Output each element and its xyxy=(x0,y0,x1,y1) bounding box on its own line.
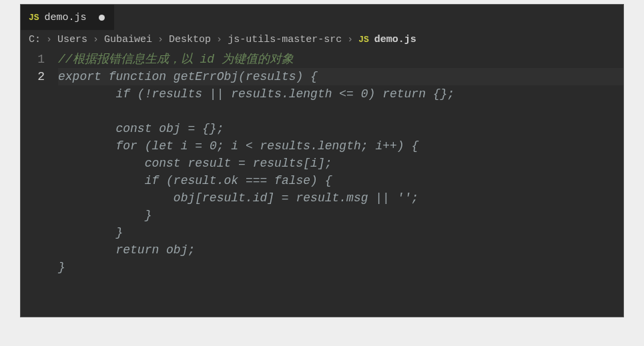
code-token: results xyxy=(151,87,209,101)
code-token: return xyxy=(382,87,433,101)
code-token: if xyxy=(115,87,137,101)
code-token: results xyxy=(253,157,304,170)
code-token: result.ok xyxy=(174,174,246,187)
code-line[interactable]: //根据报错信息生成，以 id 为键值的对象 xyxy=(58,51,623,68)
line-number: 2 xyxy=(21,68,45,85)
code-token: < xyxy=(246,139,260,153)
code-token: <= xyxy=(339,87,360,101)
code-line[interactable]: if (result.ok === false) { xyxy=(58,172,623,189)
chevron-right-icon: › xyxy=(46,34,52,45)
code-token: i xyxy=(181,139,196,153)
code-token: ]; xyxy=(318,157,332,170)
code-token: getErrObj xyxy=(174,70,238,83)
code-token: [ xyxy=(195,191,202,205)
breadcrumb-segment[interactable]: Desktop xyxy=(169,34,211,45)
code-token: ] = xyxy=(267,191,296,205)
code-token: obj xyxy=(166,243,188,257)
code-line[interactable]: } xyxy=(58,224,623,241)
code-token: ; xyxy=(217,139,232,153)
code-token: result.id xyxy=(202,191,267,205)
code-token: //根据报错信息生成，以 id 为键值的对象 xyxy=(58,53,294,66)
code-token: = xyxy=(195,139,210,153)
code-token: ) { xyxy=(310,174,332,187)
code-token: return xyxy=(115,243,166,257)
code-token: {}; xyxy=(433,87,454,101)
code-token: = xyxy=(238,157,253,170)
code-token: export xyxy=(58,70,109,83)
code-token: ( xyxy=(145,139,152,153)
chevron-right-icon: › xyxy=(93,34,99,45)
code-token: function xyxy=(109,70,174,83)
chevron-right-icon: › xyxy=(216,34,222,45)
code-line[interactable]: return obj; xyxy=(58,241,623,259)
code-token: ( xyxy=(238,70,246,83)
code-token: const xyxy=(145,157,188,170)
js-file-icon: JS xyxy=(358,35,369,45)
code-token: results.length xyxy=(260,139,361,153)
breadcrumb-file[interactable]: demo.js xyxy=(374,34,416,45)
code-token: if xyxy=(145,174,166,187)
code-token: '' xyxy=(397,191,412,205)
code-token: } xyxy=(115,226,123,239)
code-token: ; xyxy=(411,191,418,205)
code-token: || xyxy=(375,191,396,205)
code-token: let xyxy=(151,139,180,153)
code-line[interactable]: export function getErrObj(results) { xyxy=(58,68,623,85)
code-token: result.msg xyxy=(296,191,375,205)
code-area: 1 2 //根据报错信息生成，以 id 为键值的对象export functio… xyxy=(21,48,623,317)
code-token: results.length xyxy=(231,87,339,101)
breadcrumb: C: › Users › Gubaiwei › Desktop › js-uti… xyxy=(21,30,623,48)
code-content[interactable]: //根据报错信息生成，以 id 为键值的对象export function ge… xyxy=(53,48,623,317)
breadcrumb-segment[interactable]: Users xyxy=(57,34,87,45)
code-line[interactable]: const result = results[i]; xyxy=(58,155,623,172)
code-token: ; xyxy=(361,139,376,153)
breadcrumb-segment[interactable]: Gubaiwei xyxy=(104,34,152,45)
breadcrumb-segment[interactable]: js-utils-master-src xyxy=(228,34,342,45)
editor-window: JS demo.js C: › Users › Gubaiwei › Deskt… xyxy=(20,4,624,317)
modified-indicator-icon xyxy=(99,15,105,21)
code-token: const xyxy=(115,122,159,135)
code-line[interactable]: for (let i = 0; i < results.length; i++)… xyxy=(58,137,623,155)
code-token: 0 xyxy=(361,87,368,101)
line-number: 1 xyxy=(21,51,45,68)
code-token: 0 xyxy=(210,139,217,153)
code-token: [ xyxy=(303,157,310,170)
line-number-gutter: 1 2 xyxy=(21,48,53,317)
tab-demo-js[interactable]: JS demo.js xyxy=(21,5,114,30)
code-token: ) xyxy=(368,87,383,101)
code-token: (! xyxy=(137,87,152,101)
code-token: || xyxy=(210,87,231,101)
code-token: ) { xyxy=(397,139,418,153)
tab-bar: JS demo.js xyxy=(21,5,623,30)
code-token: === xyxy=(246,174,274,187)
chevron-right-icon: › xyxy=(347,34,353,45)
code-token: = {}; xyxy=(188,122,224,135)
code-token: obj xyxy=(174,191,195,205)
code-token: } xyxy=(58,261,65,274)
code-token: i++ xyxy=(375,139,396,153)
code-line[interactable]: const obj = {}; xyxy=(58,120,623,137)
code-line[interactable]: obj[result.id] = result.msg || ''; xyxy=(58,189,623,207)
code-token: i xyxy=(310,157,318,170)
code-token: ( xyxy=(166,174,174,187)
code-line[interactable]: if (!results || results.length <= 0) ret… xyxy=(58,85,623,103)
code-line[interactable] xyxy=(58,103,623,120)
code-token: results xyxy=(246,70,296,83)
code-line[interactable]: } xyxy=(58,259,623,276)
code-token: for xyxy=(115,139,144,153)
code-line[interactable]: } xyxy=(58,207,623,224)
breadcrumb-segment[interactable]: C: xyxy=(29,34,41,45)
code-token: } xyxy=(145,209,152,222)
code-token: ) { xyxy=(296,70,318,83)
code-token: ; xyxy=(188,243,195,257)
js-file-icon: JS xyxy=(29,13,39,23)
code-token: result xyxy=(188,157,238,170)
tab-filename: demo.js xyxy=(45,12,87,23)
code-token: obj xyxy=(159,122,188,135)
code-token: false xyxy=(274,174,310,187)
chevron-right-icon: › xyxy=(157,34,164,45)
code-token: i xyxy=(231,139,246,153)
